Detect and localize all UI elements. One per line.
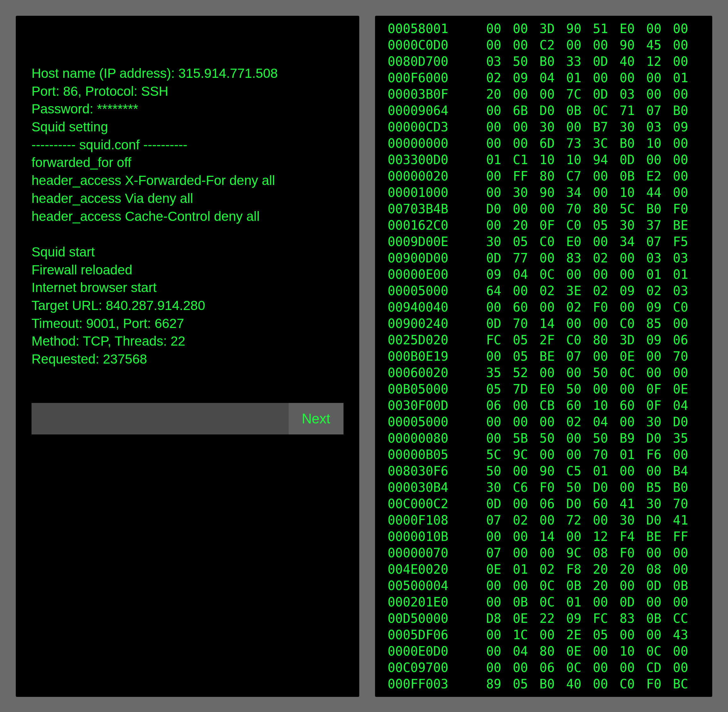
hex-byte: 00 bbox=[646, 86, 673, 102]
hex-byte: 70 bbox=[673, 495, 700, 512]
hex-byte: 30 bbox=[620, 119, 646, 135]
hex-byte: 01 bbox=[673, 266, 700, 283]
hex-byte: 43 bbox=[673, 627, 700, 643]
hex-address: 00C09700 bbox=[388, 659, 486, 676]
hex-byte: 00 bbox=[673, 545, 700, 561]
hex-byte: 08 bbox=[646, 561, 673, 577]
hex-byte: 00 bbox=[486, 299, 513, 315]
hex-byte: 00 bbox=[673, 21, 700, 37]
hex-byte: 0C bbox=[593, 102, 620, 119]
hex-byte: 90 bbox=[539, 184, 566, 201]
hex-byte: 00 bbox=[539, 365, 566, 381]
hex-byte: 7C bbox=[566, 86, 593, 102]
hex-byte: CC bbox=[673, 610, 700, 627]
hex-byte: 90 bbox=[539, 463, 566, 479]
hex-address: 00000020 bbox=[388, 168, 486, 184]
hex-byte: 00 bbox=[593, 676, 620, 692]
hex-byte: 00 bbox=[566, 119, 593, 135]
hex-byte: 06 bbox=[539, 659, 566, 676]
hex-byte: 02 bbox=[539, 283, 566, 299]
hex-row: 000030B430C6F050D000B5B0 bbox=[388, 479, 700, 495]
hex-byte: 09 bbox=[646, 299, 673, 315]
hex-byte: B0 bbox=[673, 479, 700, 495]
hex-byte: 0C bbox=[539, 594, 566, 610]
hex-byte: 06 bbox=[539, 495, 566, 512]
hex-byte: 5C bbox=[620, 201, 646, 217]
hex-byte: 07 bbox=[486, 512, 513, 528]
hex-byte: B5 bbox=[646, 479, 673, 495]
hex-row: 0050000400000C0B20000D0B bbox=[388, 577, 700, 594]
hex-byte: 0D bbox=[646, 577, 673, 594]
hex-byte: C5 bbox=[566, 463, 593, 479]
hex-byte: 0F bbox=[646, 381, 673, 397]
hex-byte: 00 bbox=[486, 643, 513, 659]
hex-row: 00003B0F2000007C0D030000 bbox=[388, 86, 700, 102]
hex-byte: 7D bbox=[513, 381, 539, 397]
hex-row: 00703B4BD0000070805CB0F0 bbox=[388, 201, 700, 217]
hex-byte: 10 bbox=[620, 643, 646, 659]
hex-byte: B0 bbox=[539, 53, 566, 70]
hex-byte: 51 bbox=[593, 21, 620, 37]
hex-byte: C0 bbox=[539, 233, 566, 250]
hex-byte: 00 bbox=[673, 643, 700, 659]
hex-byte: 00 bbox=[673, 446, 700, 463]
hex-byte: 00 bbox=[539, 627, 566, 643]
hex-byte: 00 bbox=[486, 21, 513, 37]
next-button[interactable]: Next bbox=[289, 403, 343, 435]
hex-byte: 72 bbox=[566, 512, 593, 528]
hex-byte: 00 bbox=[620, 381, 646, 397]
hex-address: 00000B05 bbox=[388, 446, 486, 463]
hex-address: 000030B4 bbox=[388, 479, 486, 495]
hex-byte: 00 bbox=[673, 37, 700, 53]
hex-byte: 60 bbox=[593, 495, 620, 512]
hex-row: 0000E0D00004800E00100C00 bbox=[388, 643, 700, 659]
hex-byte: 00 bbox=[486, 414, 513, 430]
hex-byte: F4 bbox=[620, 528, 646, 545]
hex-byte: 00 bbox=[566, 266, 593, 283]
command-input[interactable] bbox=[31, 403, 289, 435]
hex-byte: 3D bbox=[620, 332, 646, 348]
hex-byte: 00 bbox=[513, 545, 539, 561]
hex-byte: 9C bbox=[566, 545, 593, 561]
hex-byte: 05 bbox=[593, 627, 620, 643]
hex-row: 0025D020FC052FC0803D0906 bbox=[388, 332, 700, 348]
hex-byte: 00 bbox=[593, 168, 620, 184]
hex-byte: B0 bbox=[539, 676, 566, 692]
hex-byte: C0 bbox=[566, 332, 593, 348]
hex-byte: 00 bbox=[513, 397, 539, 414]
hex-byte: 02 bbox=[593, 283, 620, 299]
hex-byte: 00 bbox=[566, 446, 593, 463]
hex-row: 0094004000600002F00009C0 bbox=[388, 299, 700, 315]
hex-byte: 41 bbox=[673, 512, 700, 528]
hex-row: 000B0E190005BE07000E0070 bbox=[388, 348, 700, 365]
hex-byte: F0 bbox=[646, 676, 673, 692]
hex-byte: 14 bbox=[539, 528, 566, 545]
hex-row: 000F60000209040100000001 bbox=[388, 70, 700, 86]
hex-byte: F0 bbox=[620, 545, 646, 561]
terminal-line: Port: 86, Protocol: SSH bbox=[31, 83, 343, 101]
hex-row: 000000700700009C08F00000 bbox=[388, 545, 700, 561]
hex-address: 00B05000 bbox=[388, 381, 486, 397]
hex-address: 0005DF06 bbox=[388, 627, 486, 643]
hex-row: 0006002035520000500C0000 bbox=[388, 365, 700, 381]
hex-byte: 05 bbox=[513, 233, 539, 250]
hex-byte: 00 bbox=[513, 135, 539, 151]
hex-byte: 6D bbox=[539, 135, 566, 151]
hex-byte: 00 bbox=[539, 512, 566, 528]
hex-byte: 30 bbox=[513, 184, 539, 201]
hex-byte: 03 bbox=[673, 250, 700, 266]
hex-byte: 00 bbox=[593, 315, 620, 332]
hex-byte: 0B bbox=[566, 102, 593, 119]
hex-byte: 00 bbox=[620, 479, 646, 495]
hex-byte: 00 bbox=[673, 86, 700, 102]
hex-byte: 00 bbox=[486, 168, 513, 184]
hex-byte: B9 bbox=[620, 430, 646, 446]
hex-byte: 01 bbox=[566, 594, 593, 610]
hex-byte: 40 bbox=[566, 676, 593, 692]
hex-byte: 33 bbox=[566, 53, 593, 70]
hex-address: 00900240 bbox=[388, 315, 486, 332]
hex-byte: 2F bbox=[539, 332, 566, 348]
hex-byte: 0D bbox=[620, 594, 646, 610]
hex-address: 00005000 bbox=[388, 414, 486, 430]
hex-byte: 01 bbox=[620, 446, 646, 463]
